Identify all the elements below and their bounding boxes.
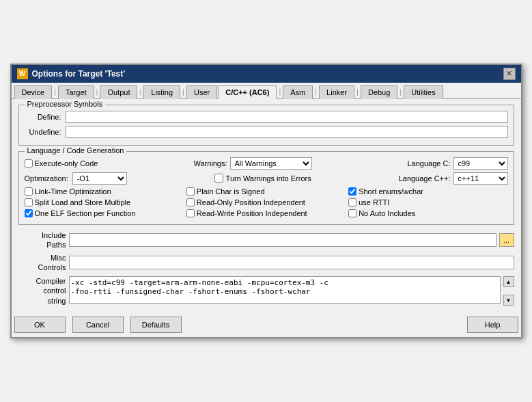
warnings-label: Warnings: — [193, 159, 227, 168]
language-group: Language / Code Generation Execute-only … — [18, 151, 514, 225]
readonly-pos-item: Read-Only Position Independent — [186, 198, 346, 206]
app-icon: W — [17, 68, 28, 79]
tab-debug[interactable]: Debug — [361, 85, 397, 99]
misc-controls-input[interactable] — [69, 256, 514, 269]
language-c-label: Language C: — [408, 159, 451, 168]
short-enums-label: Short enums/wchar — [359, 187, 423, 196]
one-elf-label: One ELF Section per Function — [35, 209, 136, 217]
one-elf-checkbox[interactable] — [25, 209, 33, 217]
split-load-checkbox[interactable] — [25, 198, 33, 206]
compiler-section: Compiler control string -xc -std=c99 -ta… — [18, 276, 514, 306]
include-section: Include Paths ... Misc Controls — [18, 230, 514, 272]
tab-utilities[interactable]: Utilities — [404, 85, 443, 99]
no-auto-item: No Auto Includes — [348, 209, 507, 217]
execute-only-label: Execute-only Code — [35, 159, 98, 168]
main-content: Preprocessor Symbols Define: Undefine: L… — [12, 99, 521, 311]
tab-listing[interactable]: Listing — [143, 85, 180, 99]
include-paths-row: Include Paths ... — [18, 230, 514, 250]
language-group-label: Language / Code Generation — [25, 146, 127, 155]
title-bar: W Options for Target 'Test' ✕ — [12, 65, 521, 83]
tab-linker[interactable]: Linker — [319, 85, 354, 99]
one-elf-item: One ELF Section per Function — [25, 209, 184, 217]
optimization-select[interactable]: -O1 — [72, 172, 127, 185]
compiler-label: Compiler control string — [18, 276, 66, 306]
readwrite-pos-checkbox[interactable] — [186, 209, 195, 217]
undefine-row: Undefine: — [25, 126, 508, 138]
preprocessor-label: Preprocessor Symbols — [25, 100, 106, 108]
short-enums-item: Short enums/wchar — [348, 187, 507, 196]
dialog-window: W Options for Target 'Test' ✕ Device | T… — [10, 64, 522, 338]
preprocessor-group: Preprocessor Symbols Define: Undefine: — [18, 105, 514, 146]
tab-user[interactable]: User — [186, 85, 217, 99]
defaults-button[interactable]: Defaults — [130, 317, 182, 333]
use-rtti-item: use RTTI — [348, 198, 507, 206]
plain-char-checkbox[interactable] — [186, 187, 195, 196]
optimization-label: Optimization: — [25, 174, 68, 183]
link-time-label: Link-Time Optimization — [35, 187, 111, 196]
misc-controls-label: Misc Controls — [18, 253, 66, 273]
use-rtti-checkbox[interactable] — [348, 198, 356, 206]
no-auto-checkbox[interactable] — [348, 209, 356, 217]
button-row: OK Cancel Defaults Help — [12, 311, 521, 337]
short-enums-checkbox[interactable] — [348, 187, 356, 196]
warnings-select[interactable]: All Warnings — [230, 157, 312, 170]
define-label: Define: — [25, 113, 66, 121]
language-cpp-select[interactable]: c++11 — [453, 172, 508, 185]
readonly-pos-checkbox[interactable] — [186, 198, 195, 206]
help-button[interactable]: Help — [467, 317, 518, 333]
include-paths-input[interactable] — [69, 233, 496, 247]
cancel-button[interactable]: Cancel — [72, 317, 124, 333]
split-load-label: Split Load and Store Multiple — [35, 198, 131, 206]
browse-button[interactable]: ... — [499, 233, 514, 247]
tab-target[interactable]: Target — [58, 85, 94, 99]
execute-only-checkbox[interactable] — [25, 159, 33, 168]
plain-char-item: Plain Char is Signed — [186, 187, 346, 196]
turn-warnings-checkbox[interactable] — [214, 174, 223, 183]
readonly-pos-label: Read-Only Position Independent — [197, 198, 305, 206]
tab-cpp[interactable]: C/C++ (AC6) — [218, 85, 277, 99]
undefine-label: Undefine: — [25, 128, 66, 136]
title-bar-left: W Options for Target 'Test' — [17, 68, 126, 79]
misc-controls-row: Misc Controls — [18, 253, 514, 273]
ok-button[interactable]: OK — [14, 317, 66, 333]
scroll-down-btn[interactable]: ▼ — [503, 295, 514, 306]
tab-asm[interactable]: Asm — [283, 85, 313, 99]
split-load-item: Split Load and Store Multiple — [25, 198, 184, 206]
include-paths-label: Include Paths — [18, 230, 66, 250]
undefine-input[interactable] — [66, 126, 508, 138]
scroll-up-btn[interactable]: ▲ — [503, 276, 514, 287]
turn-warnings-label: Turn Warnings into Errors — [226, 174, 311, 183]
close-button[interactable]: ✕ — [503, 68, 516, 80]
readwrite-pos-item: Read-Write Position Independent — [186, 209, 346, 217]
language-cpp-label: Language C++: — [399, 174, 451, 183]
define-input[interactable] — [66, 111, 508, 123]
use-rtti-label: use RTTI — [359, 198, 389, 206]
tab-device[interactable]: Device — [14, 85, 53, 99]
tab-bar: Device | Target | Output | Listing | Use… — [12, 83, 521, 99]
execute-only-check: Execute-only Code — [25, 159, 98, 168]
compiler-scroll-btns: ▲ ▼ — [503, 276, 514, 306]
link-time-item: Link-Time Optimization — [25, 187, 184, 196]
dialog-title: Options for Target 'Test' — [32, 69, 126, 79]
tab-output[interactable]: Output — [100, 85, 137, 99]
no-auto-label: No Auto Includes — [359, 209, 415, 217]
readwrite-pos-label: Read-Write Position Independent — [197, 209, 307, 217]
define-row: Define: — [25, 111, 508, 123]
link-time-checkbox[interactable] — [25, 187, 33, 196]
language-c-select[interactable]: c99 — [453, 157, 508, 170]
plain-char-label: Plain Char is Signed — [197, 187, 265, 196]
compiler-textarea[interactable]: -xc -std=c99 -target=arm-arm-none-eabi -… — [69, 276, 501, 304]
